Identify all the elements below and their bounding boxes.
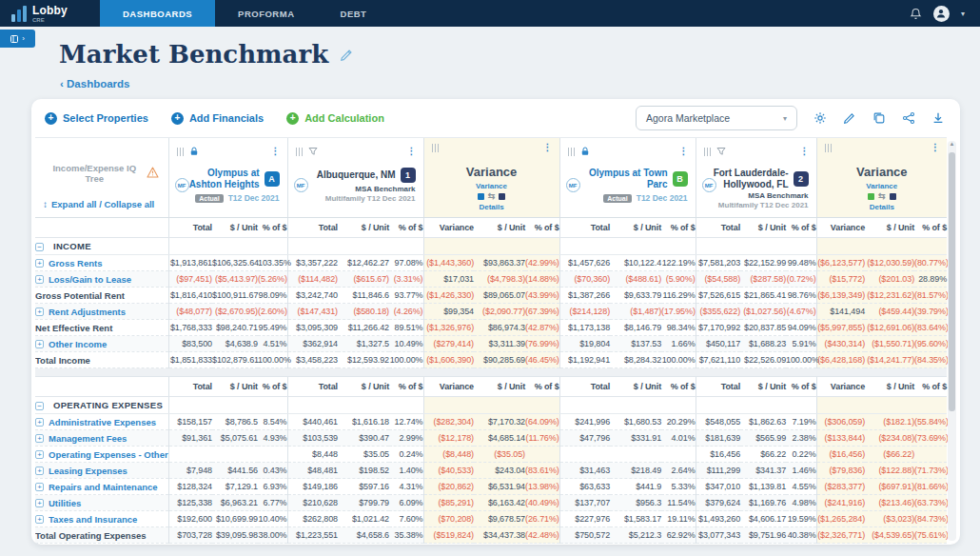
property-name[interactable]: Olympus at Town Parc [578,168,668,189]
expand-row-icon[interactable]: + [35,308,44,316]
collapse-section-icon[interactable]: − [35,243,44,251]
sidebar-expand-toggle[interactable]: › [0,30,35,48]
benchmark-table-wrap: Income/Expense IQ Tree↕Expand all / Coll… [35,137,960,544]
filter-icon[interactable] [308,143,318,160]
expand-collapse-link[interactable]: Expand all / Collapse all [51,199,154,209]
collapse-section-icon[interactable]: − [35,402,44,410]
row-label-text[interactable]: Repairs and Maintenance [49,482,158,492]
table-row: Total Income$1,851,833$102,879.61100.00%… [35,352,947,368]
tab-proforma[interactable]: PROFORMA [215,0,317,27]
filter-icon[interactable] [716,143,726,160]
drag-handle-icon[interactable] [568,148,576,156]
row-label-text[interactable]: Rent Adjustments [49,307,126,317]
value-cell: ($3,023) [865,511,914,527]
variance-legend: ⇆ [424,190,559,200]
expand-row-icon[interactable]: + [35,259,44,268]
benchmark-name[interactable]: Fort Lauderdale-Hollywood, FL [714,168,789,189]
value-cell: $19,804 [559,336,610,352]
select-properties-button[interactable]: + Select Properties [45,112,148,125]
tab-dashboards[interactable]: DASHBOARDS [100,0,215,27]
expand-row-icon[interactable]: + [35,275,44,284]
back-to-dashboards-link[interactable]: ‹ Dashboards [60,78,130,89]
add-calculation-button[interactable]: + Add Calculation [286,112,384,125]
expand-row-icon[interactable]: + [35,418,44,427]
edit-icon[interactable] [843,111,856,125]
column-menu-icon[interactable]: ⋮ [271,147,281,156]
value-cell: $89,065.07 [474,288,525,304]
column-badge: 2 [794,171,809,187]
tab-debt[interactable]: DEBT [318,0,390,27]
value-cell: $7,170,992 [696,320,740,336]
row-label-text[interactable]: Gross Rents [49,258,103,268]
column-menu-icon[interactable]: ⋮ [931,143,940,152]
marketplace-dropdown[interactable]: Agora Marketplace ▾ [636,106,797,130]
value-cell: ($488.61) [610,271,661,288]
drag-handle-icon[interactable] [704,148,712,156]
edit-title-pencil-icon[interactable] [340,48,354,62]
value-cell: $22,526.09 [740,352,786,368]
value-cell: 98.76% [786,288,816,304]
row-label-text[interactable]: Operating Expenses - Other [49,449,168,460]
value-cell: $1,139.81 [740,479,786,495]
share-icon[interactable] [902,111,915,125]
expand-row-icon[interactable]: + [35,483,44,491]
variance-details-link[interactable]: Details [817,200,948,211]
value-cell: $137.53 [610,336,661,352]
drag-handle-icon[interactable] [296,148,304,156]
lock-icon[interactable] [580,143,590,160]
expand-row-icon[interactable]: + [35,515,44,524]
section-spacer [559,397,696,414]
lock-icon[interactable] [189,143,199,160]
column-menu-icon[interactable]: ⋮ [407,147,417,156]
bell-icon[interactable] [910,8,922,20]
row-label-text[interactable]: Utilities [49,498,81,508]
value-cell: 100.00% [661,352,696,368]
value-cell: $1,493,260 [696,511,740,527]
column-menu-icon[interactable]: ⋮ [800,147,810,156]
row-label-text[interactable]: Management Fees [49,433,127,444]
value-cell: $8,786.5 [212,414,258,430]
value-cell: $39,095.98 [212,527,258,544]
account-chevron-down-icon[interactable]: ▾ [961,10,965,18]
drag-handle-icon[interactable] [432,144,440,152]
row-label-text[interactable]: Leasing Expenses [49,466,127,476]
column-header-property-4: ⋮Olympus at Town ParcBActualT12 Dec 2021… [559,138,696,218]
scrollbar-thumb[interactable] [949,152,955,411]
row-label-text[interactable]: Administrative Expenses [49,417,156,427]
subheader-cell: $ / Unit [865,218,914,238]
value-cell: $441.9 [610,479,661,495]
column-header-benchmark-5: ⋮Fort Lauderdale-Hollywood, FL2MSA Bench… [696,138,816,218]
value-cell: 98.09% [258,288,287,304]
drag-handle-icon[interactable] [825,144,833,152]
add-financials-button[interactable]: + Add Financials [171,112,264,125]
row-label-text[interactable]: Other Income [49,339,107,349]
expand-row-icon[interactable]: + [35,467,44,475]
column-menu-icon[interactable]: ⋮ [543,143,553,152]
income-expense-tree-label: Income/Expense IQ Tree [43,163,147,184]
scroll-up-arrow-icon[interactable]: ▲ [948,141,956,147]
variance-details-link[interactable]: Details [424,200,559,211]
vertical-scrollbar[interactable]: ▲ [948,141,956,541]
drag-handle-icon[interactable] [177,148,185,156]
expand-row-icon[interactable]: + [35,499,44,507]
brand-logo[interactable]: Lobby CRE [0,0,83,27]
row-label-text[interactable]: Taxes and Insurance [49,514,137,525]
benchmark-name[interactable]: Albuquerque, NM [317,169,396,181]
row-label-text[interactable]: Loss/Gain to Lease [49,274,131,285]
duplicate-icon[interactable] [872,111,886,125]
user-avatar[interactable] [933,6,950,22]
value-cell: (13.98%) [525,479,559,495]
expand-row-icon[interactable]: + [35,434,44,443]
subheader-row: Total$ / Unit% of $Total$ / Unit% of $Va… [35,377,947,397]
column-menu-icon[interactable]: ⋮ [679,147,689,156]
value-cell: $1,862.63 [740,414,786,430]
expand-row-icon[interactable]: + [35,450,44,459]
value-cell: 7.19% [786,414,816,430]
download-icon[interactable] [931,111,945,125]
benchmark-table: Income/Expense IQ Tree↕Expand all / Coll… [35,137,947,544]
table-row: +Leasing Expenses$7,948$441.560.43%$48,4… [35,463,947,479]
expand-row-icon[interactable]: + [35,340,44,348]
value-cell: $331.91 [610,430,661,447]
property-name[interactable]: Olympus at Ashton Heights [186,168,260,189]
settings-icon[interactable] [813,111,827,125]
